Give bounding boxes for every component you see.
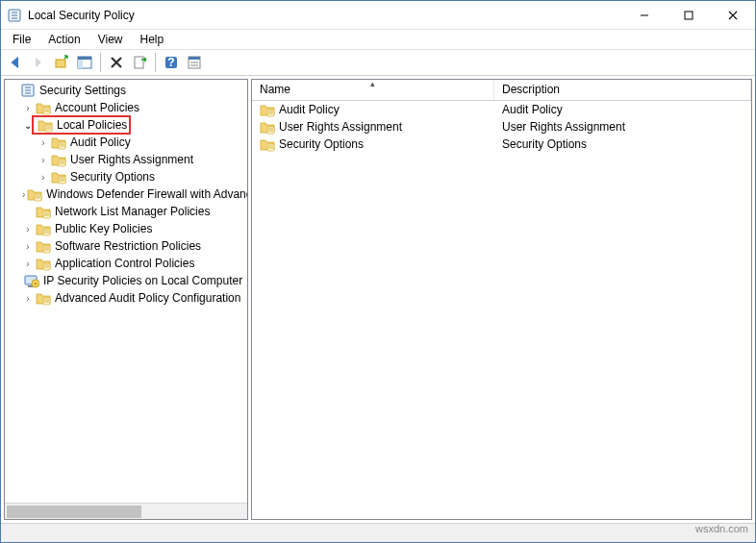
list-body[interactable]: Audit PolicyAudit PolicyUser Rights Assi… <box>252 101 751 519</box>
menu-action[interactable]: Action <box>40 31 88 48</box>
column-header-name-label: Name <box>260 83 290 96</box>
tree-item-label: Account Policies <box>55 101 139 114</box>
tree-root[interactable]: Security Settings <box>5 82 247 99</box>
tree-item[interactable]: ›Application Control Policies <box>5 255 247 272</box>
security-settings-icon <box>20 83 36 98</box>
list-row[interactable]: User Rights AssignmentUser Rights Assign… <box>252 118 751 136</box>
tree-root-label: Security Settings <box>39 84 126 97</box>
menu-file[interactable]: File <box>5 31 38 48</box>
sort-ascending-icon: ▴ <box>370 79 375 88</box>
tree-item-label: Application Control Policies <box>55 257 194 270</box>
tree-item[interactable]: ›Advanced Audit Policy Configuration <box>5 289 247 307</box>
svg-rect-6 <box>685 12 693 19</box>
expand-icon[interactable]: › <box>38 155 49 165</box>
policy-folder-icon <box>27 186 42 202</box>
ipsec-icon <box>24 273 39 288</box>
column-header-description-label: Description <box>502 83 560 96</box>
list-row[interactable]: Audit PolicyAudit Policy <box>252 101 751 118</box>
delete-button[interactable] <box>106 52 127 73</box>
tree-horizontal-scrollbar[interactable] <box>5 503 247 519</box>
list-cell-name: User Rights Assignment <box>252 119 494 135</box>
expand-icon[interactable]: › <box>22 293 34 304</box>
tree-item[interactable]: ›Software Restriction Policies <box>5 237 247 255</box>
list-cell-name-label: Security Options <box>279 137 364 151</box>
list-cell-name: Audit Policy <box>252 102 494 117</box>
tree-pane: Security Settings ›Account Policies⌄Loca… <box>4 79 248 520</box>
column-header-name[interactable]: ▴ Name <box>252 80 494 100</box>
list-header: ▴ Name Description <box>252 80 751 101</box>
list-cell-description-label: User Rights Assignment <box>502 120 625 134</box>
column-header-description[interactable]: Description <box>494 80 751 100</box>
tree-item-label: Public Key Policies <box>55 222 152 235</box>
tree-item[interactable]: ›Public Key Policies <box>5 220 247 237</box>
list-cell-description-label: Audit Policy <box>502 103 563 116</box>
toolbar: ? <box>1 49 755 76</box>
app-window: Local Security Policy File Action View H… <box>0 0 756 543</box>
toolbar-separator <box>100 53 101 72</box>
properties-button[interactable] <box>184 52 205 73</box>
menu-view[interactable]: View <box>90 31 131 48</box>
list-pane: ▴ Name Description Audit PolicyAudit Pol… <box>251 79 752 520</box>
window-title: Local Security Policy <box>28 9 135 22</box>
tree-item[interactable]: ›Security Options <box>5 168 247 185</box>
expand-icon[interactable]: › <box>22 103 34 113</box>
svg-rect-10 <box>78 57 91 60</box>
maximize-button[interactable] <box>667 1 711 30</box>
svg-text:?: ? <box>167 56 174 69</box>
scrollbar-thumb[interactable] <box>7 506 141 518</box>
tree-item-label: User Rights Assignment <box>70 153 193 166</box>
forward-button[interactable] <box>28 52 49 73</box>
list-cell-name: Security Options <box>252 136 494 152</box>
svg-rect-11 <box>135 57 143 68</box>
expand-icon[interactable]: › <box>22 259 34 269</box>
tree-item-label: IP Security Policies on Local Computer <box>43 274 242 287</box>
tree-item[interactable]: ⌄Local Policies <box>5 116 247 134</box>
list-cell-description-label: Security Options <box>502 137 587 151</box>
close-button[interactable] <box>711 1 755 30</box>
list-cell-name-label: User Rights Assignment <box>279 120 402 134</box>
content-area: Security Settings ›Account Policies⌄Loca… <box>1 76 755 523</box>
policy-folder-icon <box>36 238 51 254</box>
expand-icon[interactable]: › <box>22 224 34 234</box>
collapse-icon[interactable]: ⌄ <box>22 120 34 131</box>
tree-item[interactable]: Network List Manager Policies <box>5 203 247 220</box>
tree-item-label: Security Options <box>70 170 155 184</box>
policy-folder-icon <box>51 169 66 185</box>
tree-item[interactable]: ›User Rights Assignment <box>5 151 247 168</box>
policy-folder-icon <box>260 136 275 152</box>
tree-item[interactable]: IP Security Policies on Local Computer <box>5 272 247 289</box>
svg-rect-15 <box>189 57 200 60</box>
help-button[interactable]: ? <box>161 52 182 73</box>
show-hide-tree-button[interactable] <box>74 52 95 73</box>
policy-folder-icon <box>260 119 275 135</box>
tree-item[interactable]: ›Account Policies <box>5 99 247 116</box>
tree[interactable]: Security Settings ›Account Policies⌄Loca… <box>5 80 247 503</box>
policy-folder-icon <box>38 117 53 133</box>
policy-folder-icon <box>260 102 275 117</box>
toolbar-separator <box>155 53 156 72</box>
list-row[interactable]: Security OptionsSecurity Options <box>252 136 751 153</box>
back-button[interactable] <box>5 52 26 73</box>
tree-item[interactable]: ›Audit Policy <box>5 134 247 151</box>
tree-item-label: Audit Policy <box>70 136 131 149</box>
titlebar: Local Security Policy <box>1 1 755 30</box>
app-icon <box>7 8 22 23</box>
up-button[interactable] <box>51 52 72 73</box>
expand-icon[interactable]: › <box>38 172 49 183</box>
svg-rect-7 <box>56 60 65 67</box>
policy-folder-icon <box>36 256 51 271</box>
minimize-button[interactable] <box>622 1 667 30</box>
expand-icon[interactable]: › <box>22 241 34 252</box>
tree-item[interactable]: ›Windows Defender Firewall with Advanced… <box>5 185 247 203</box>
expand-icon[interactable]: › <box>38 137 49 148</box>
menubar: File Action View Help <box>1 30 755 49</box>
export-button[interactable] <box>129 52 150 73</box>
tree-item-label: Network List Manager Policies <box>55 205 210 218</box>
statusbar <box>1 523 755 542</box>
tree-item-label: Windows Defender Firewall with Advanced … <box>46 187 247 201</box>
policy-folder-icon <box>36 100 51 115</box>
list-cell-description: Security Options <box>494 137 751 151</box>
menu-help[interactable]: Help <box>133 31 172 48</box>
list-cell-description: User Rights Assignment <box>494 120 751 134</box>
list-cell-description: Audit Policy <box>494 103 751 116</box>
